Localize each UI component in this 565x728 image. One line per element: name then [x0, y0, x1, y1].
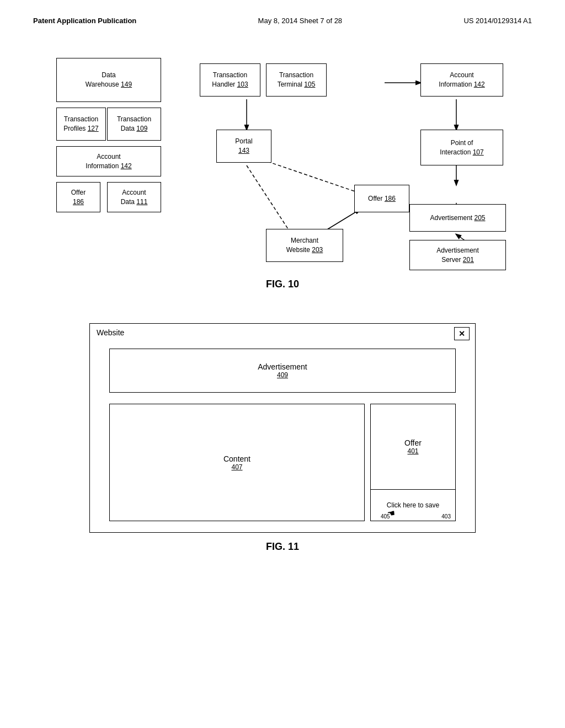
merchant-website-box: MerchantWebsite 203: [266, 229, 343, 262]
click-here-num-cursor: 405: [381, 513, 390, 520]
offer-fig11-label: Offer: [404, 438, 422, 447]
header-center: May 8, 2014 Sheet 7 of 28: [258, 17, 343, 25]
page: Patent Application Publication May 8, 20…: [0, 0, 565, 728]
website-outer-box: Website ✕ Advertisement 409 Content 407: [89, 323, 476, 533]
advertisement-box: Advertisement 205: [409, 204, 506, 232]
fig10-section: DataWarehouse 149 TransactionProfiles 12…: [33, 47, 532, 290]
advertisement-fig11-box: Advertisement 409: [109, 349, 456, 393]
advertisement-fig11-label: Advertisement: [258, 362, 307, 371]
offer-left-box: Offer186: [56, 182, 100, 212]
close-icon[interactable]: ✕: [454, 327, 470, 340]
click-here-box[interactable]: Click here to save ☛ 405 403: [370, 489, 456, 521]
account-info-right-box: AccountInformation 142: [420, 63, 503, 97]
transaction-handler-box: TransactionHandler 103: [200, 63, 260, 97]
advertisement-fig11-num: 409: [277, 371, 288, 379]
account-data-box: AccountData 111: [107, 182, 161, 212]
content-offer-row: Content 407 Offer 401 Click here to save…: [109, 404, 456, 521]
click-here-num: 403: [441, 513, 451, 520]
page-header: Patent Application Publication May 8, 20…: [33, 17, 532, 25]
website-label: Website: [97, 328, 124, 337]
content-num: 407: [231, 463, 242, 471]
fig10-label: FIG. 10: [33, 279, 532, 290]
transaction-profiles-box: TransactionProfiles 127: [56, 108, 106, 141]
offer-click-column: Offer 401 Click here to save ☛ 405 403: [370, 404, 456, 521]
header-right: US 2014/0129314 A1: [463, 17, 532, 25]
fig11-section: Website ✕ Advertisement 409 Content 407: [33, 323, 532, 553]
offer-fig11-box: Offer 401: [370, 404, 456, 489]
offer-center-box: Offer 186: [354, 185, 409, 212]
svg-line-6: [247, 165, 288, 229]
point-of-interaction-box: Point ofInteraction 107: [420, 130, 503, 165]
transaction-terminal-box: TransactionTerminal 105: [266, 63, 327, 97]
advertisement-server-box: AdvertisementServer 201: [409, 240, 506, 270]
portal-box: Portal143: [216, 130, 271, 163]
fig11-label: FIG. 11: [33, 541, 532, 553]
account-info-left-box: AccountInformation 142: [56, 146, 161, 176]
content-box: Content 407: [109, 404, 365, 521]
content-label: Content: [223, 454, 250, 463]
data-warehouse-box: DataWarehouse 149: [56, 58, 161, 102]
click-here-label: Click here to save: [387, 501, 439, 509]
header-left: Patent Application Publication: [33, 17, 136, 25]
offer-fig11-num: 401: [407, 447, 418, 455]
transaction-data-box: TransactionData 109: [107, 108, 161, 141]
